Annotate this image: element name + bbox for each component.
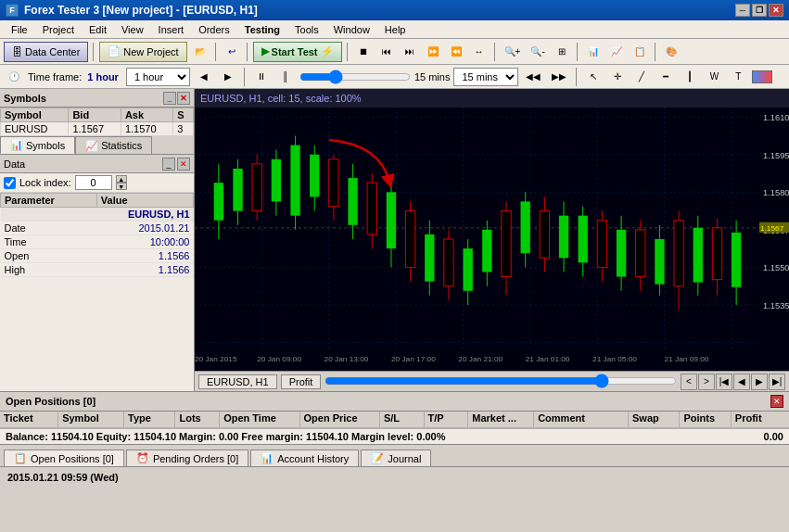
tool-btn-6[interactable]: ↔ [469, 42, 490, 62]
start-test-button[interactable]: ▶ Start Test ⚡ [253, 42, 342, 62]
lock-index-label: Lock index: [19, 177, 71, 188]
chart-nav-next-button[interactable]: ▶| [769, 374, 785, 390]
chart-profit-tab[interactable]: Profit [281, 374, 322, 389]
chart-header-text: EURUSD, H1, cell: 15, scale: 100% [200, 93, 362, 104]
positions-close-button[interactable]: ✕ [770, 395, 783, 408]
profit-tab-label: Profit [289, 376, 313, 387]
svg-text:21 Jan 01:00: 21 Jan 01:00 [526, 355, 570, 363]
new-project-icon: 📄 [108, 45, 121, 57]
menu-tools[interactable]: Tools [287, 20, 326, 38]
chart-nav-first-button[interactable]: |◀ [716, 374, 732, 390]
chart-scroll-area[interactable] [325, 374, 677, 390]
minimize-button[interactable]: ─ [735, 4, 750, 17]
chart-scroll-slider[interactable] [325, 374, 677, 388]
menu-file[interactable]: File [4, 20, 35, 38]
template-button[interactable]: 📋 [630, 42, 650, 62]
tab-journal[interactable]: 📝 Journal [361, 450, 431, 466]
svg-rect-43 [367, 183, 376, 234]
rect-button[interactable] [752, 70, 772, 83]
journal-tab-label: Journal [388, 453, 421, 464]
symbols-close-button[interactable]: ✕ [177, 92, 190, 105]
col-swap: Swap [629, 412, 680, 427]
tab-pending-orders[interactable]: ⏰ Pending Orders [0] [126, 450, 248, 466]
tf-next-button[interactable]: ▶ [218, 67, 238, 87]
chart-nav-play-button[interactable]: ▶ [751, 374, 768, 390]
cursor-button[interactable]: ↖ [583, 67, 604, 87]
tool-btn-5[interactable]: ⏪ [446, 42, 466, 62]
svg-text:20 Jan 09:00: 20 Jan 09:00 [257, 355, 301, 363]
data-scroll-area[interactable]: Parameter Value EURUSD, H1 Date 2015.01.… [0, 193, 194, 277]
speed-dropdown[interactable]: 15 mins 1 min 5 mins [453, 68, 518, 86]
symbol-row-eurusd[interactable]: EURUSD 1.1567 1.1570 3 [1, 122, 194, 136]
symbol-stats-tabs: 📊 Symbols 📈 Statistics [0, 136, 194, 155]
tab-open-positions[interactable]: 📋 Open Positions [0] [4, 450, 124, 466]
label-button[interactable]: T [728, 67, 748, 87]
menu-help[interactable]: Help [377, 20, 414, 38]
svg-rect-67 [597, 221, 606, 268]
tab-statistics[interactable]: 📈 Statistics [75, 136, 152, 154]
text-button[interactable]: W [704, 67, 724, 87]
col-open-price: Open Price [300, 412, 380, 427]
timeframe-dropdown[interactable]: 1 hour 15 mins 4 hours 1 day [126, 68, 190, 86]
vline-button[interactable]: ┃ [680, 67, 700, 87]
symbols-minimize-button[interactable]: _ [163, 92, 176, 105]
tf-prev-button[interactable]: ◀ [194, 67, 214, 87]
tf-icon-button[interactable]: 🕐 [4, 67, 24, 87]
chart-nav-prev-button[interactable]: ◀ [733, 374, 750, 390]
tab-symbols[interactable]: 📊 Symbols [0, 136, 75, 154]
menu-project[interactable]: Project [35, 20, 82, 38]
symbol-spread: 3 [173, 122, 194, 136]
pause-button[interactable]: ⏸ [251, 67, 272, 87]
data-close-button[interactable]: ✕ [177, 158, 190, 171]
new-project-button[interactable]: 📄 New Project [99, 42, 186, 62]
close-button[interactable]: ✕ [769, 4, 783, 17]
speed-slider[interactable] [299, 70, 411, 84]
tool-btn-3[interactable]: ⏭ [400, 42, 420, 62]
zoom-in-button[interactable]: 🔍+ [501, 42, 525, 62]
zoom-out-button[interactable]: 🔍- [527, 42, 548, 62]
chart-nav-right-button[interactable]: > [698, 374, 715, 390]
undo-button[interactable]: ↩ [222, 42, 242, 62]
tool-btn-4[interactable]: ⏩ [423, 42, 443, 62]
data-minimize-button[interactable]: _ [162, 158, 175, 171]
chart-nav-left-button[interactable]: < [681, 374, 697, 390]
spd-next-button[interactable]: ▶▶ [548, 67, 570, 87]
menu-edit[interactable]: Edit [82, 20, 114, 38]
menu-insert[interactable]: Insert [151, 20, 192, 38]
tool-btn-2[interactable]: ⏮ [376, 42, 397, 62]
indicator-button[interactable]: 📈 [606, 42, 627, 62]
line-button[interactable]: ╱ [631, 67, 652, 87]
zoom-fit-button[interactable]: ⊞ [552, 42, 572, 62]
lock-up-button[interactable]: ▲ [116, 175, 127, 183]
open-positions-title: Open Positions [0] [6, 396, 95, 407]
symbols-panel-header: Symbols _ ✕ [0, 89, 194, 108]
app-icon: F [6, 4, 19, 17]
menu-testing[interactable]: Testing [237, 20, 287, 38]
cross-button[interactable]: ✛ [607, 67, 628, 87]
svg-text:1.1610: 1.1610 [763, 113, 789, 122]
restore-button[interactable]: ❐ [752, 4, 767, 17]
chart-eurusd-tab[interactable]: EURUSD, H1 [198, 374, 277, 389]
menu-window[interactable]: Window [326, 20, 377, 38]
speed-button[interactable]: ║ [275, 67, 296, 87]
data-symbol-label: EURUSD, H1 [1, 208, 194, 222]
tab-account-history[interactable]: 📊 Account History [250, 450, 359, 466]
menu-orders[interactable]: Orders [191, 20, 237, 38]
open-button[interactable]: 📂 [190, 42, 210, 62]
lock-checkbox[interactable] [4, 177, 16, 189]
candlestick-chart: 1.1610 1.1595 1.1580 1.1567 1.1550 1.153… [195, 108, 789, 371]
color-btn[interactable]: 🎨 [661, 42, 681, 62]
tool-btn-1[interactable]: ⏹ [353, 42, 374, 62]
data-center-button[interactable]: 🗄 Data Center [4, 42, 88, 62]
spd-prev-button[interactable]: ◀◀ [522, 67, 544, 87]
svg-rect-35 [290, 146, 299, 216]
hline-button[interactable]: ━ [655, 67, 676, 87]
chart-type-button[interactable]: 📊 [583, 42, 604, 62]
data-open-value: 1.1566 [96, 249, 193, 263]
col-market: Market ... [468, 412, 534, 427]
chart-canvas[interactable]: 1.1610 1.1595 1.1580 1.1567 1.1550 1.153… [195, 108, 789, 371]
svg-text:21 Jan 09:00: 21 Jan 09:00 [665, 355, 709, 363]
lock-down-button[interactable]: ▼ [116, 183, 127, 190]
lock-index-input[interactable] [75, 175, 112, 190]
menu-view[interactable]: View [114, 20, 151, 38]
